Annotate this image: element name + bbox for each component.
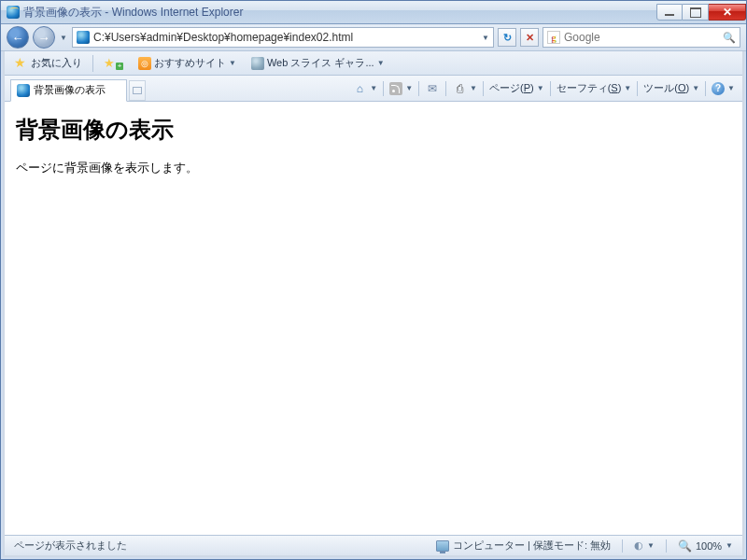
address-dropdown-icon[interactable]: ▼ [482, 34, 489, 42]
window-title: 背景画像の表示 - Windows Internet Explorer [23, 5, 243, 21]
dropdown-icon: ▼ [229, 59, 236, 67]
address-input[interactable] [93, 31, 478, 44]
rss-icon [389, 82, 402, 95]
help-button[interactable]: ?▼ [710, 80, 737, 97]
favorites-button[interactable]: お気に入り [10, 53, 87, 73]
search-input[interactable] [564, 31, 719, 44]
help-icon: ? [712, 82, 725, 95]
recommended-label: おすすめサイト [154, 56, 226, 70]
stop-button[interactable]: ✕ [520, 28, 539, 47]
command-bar: 背景画像の表示 ⌂▼ ▼ ✉ ⎙▼ ページ(P)▼ セーフティ(S)▼ ツール( [5, 76, 742, 102]
separator [383, 81, 384, 96]
tools-label: ツール(O) [643, 81, 689, 95]
page-label: ページ(P) [489, 81, 534, 95]
refresh-button[interactable]: ↻ [498, 28, 516, 47]
mode-icon: ◐ [634, 539, 643, 552]
window-minimize-button[interactable] [656, 4, 683, 21]
home-icon: ⌂ [352, 81, 367, 96]
print-icon: ⎙ [452, 81, 467, 96]
window-titlebar: 背景画像の表示 - Windows Internet Explorer ✕ [1, 1, 746, 24]
favorites-bar: お気に入り + ◎ おすすめサイト ▼ Web スライス ギャラ... ▼ [5, 51, 742, 76]
recommended-sites[interactable]: ◎ おすすめサイト ▼ [134, 53, 241, 73]
home-button[interactable]: ⌂▼ [350, 79, 379, 98]
page-body-text: ページに背景画像を表示します。 [16, 160, 731, 176]
nav-history-dropdown[interactable]: ▼ [59, 34, 68, 42]
forward-button[interactable]: → [33, 26, 55, 49]
search-box[interactable]: g 🔍 [543, 27, 740, 48]
mail-icon: ✉ [425, 81, 440, 96]
address-bar[interactable]: ▼ [72, 27, 494, 48]
back-button[interactable]: ← [7, 26, 29, 49]
zone-text: コンピューター | 保護モード: 無効 [453, 539, 611, 553]
window-close-button[interactable]: ✕ [709, 4, 746, 21]
security-zone[interactable]: コンピューター | 保護モード: 無効 [432, 539, 614, 553]
google-icon: g [547, 31, 560, 44]
fav-add-button[interactable]: + [99, 54, 128, 73]
new-tab-button[interactable] [129, 80, 146, 101]
zoom-value: 100% [696, 540, 722, 552]
safety-label: セーフティ(S) [557, 81, 622, 95]
window-maximize-button[interactable] [683, 4, 709, 21]
status-mode-button[interactable]: ◐▼ [630, 539, 658, 552]
star-icon [15, 57, 28, 70]
read-mail-button[interactable]: ✉ [423, 79, 442, 98]
page-icon [251, 57, 264, 70]
tools-menu[interactable]: ツール(O)▼ [641, 79, 701, 97]
page-viewport: 背景画像の表示 ページに背景画像を表示します。 [5, 102, 742, 535]
computer-icon [436, 540, 449, 552]
page-heading: 背景画像の表示 [16, 115, 731, 145]
print-button[interactable]: ⎙▼ [450, 79, 479, 98]
page-menu[interactable]: ページ(P)▼ [487, 79, 546, 97]
navigation-bar: ← → ▼ ▼ ↻ ✕ g 🔍 [1, 24, 746, 51]
tab-title: 背景画像の表示 [34, 83, 106, 97]
site-icon [77, 31, 90, 44]
recommended-icon: ◎ [138, 57, 151, 70]
favorites-label: お気に入り [31, 56, 82, 70]
status-text: ページが表示されました [10, 539, 131, 553]
webslice-label: Web スライス ギャラ... [267, 56, 374, 70]
search-go-icon[interactable]: 🔍 [723, 32, 736, 44]
webslice-gallery[interactable]: Web スライス ギャラ... ▼ [247, 53, 389, 73]
dropdown-icon: ▼ [377, 59, 385, 67]
tab-favicon [17, 84, 30, 97]
safety-menu[interactable]: セーフティ(S)▼ [555, 79, 634, 97]
browser-tab[interactable]: 背景画像の表示 [10, 79, 127, 102]
separator [92, 55, 93, 72]
status-bar: ページが表示されました コンピューター | 保護モード: 無効 ◐▼ 🔍 100… [5, 535, 742, 555]
zoom-control[interactable]: 🔍 100% ▼ [674, 539, 737, 553]
ie-logo-icon [7, 6, 20, 19]
zoom-icon: 🔍 [678, 539, 692, 553]
feed-button[interactable]: ▼ [388, 80, 415, 97]
star-small-icon [105, 57, 117, 69]
